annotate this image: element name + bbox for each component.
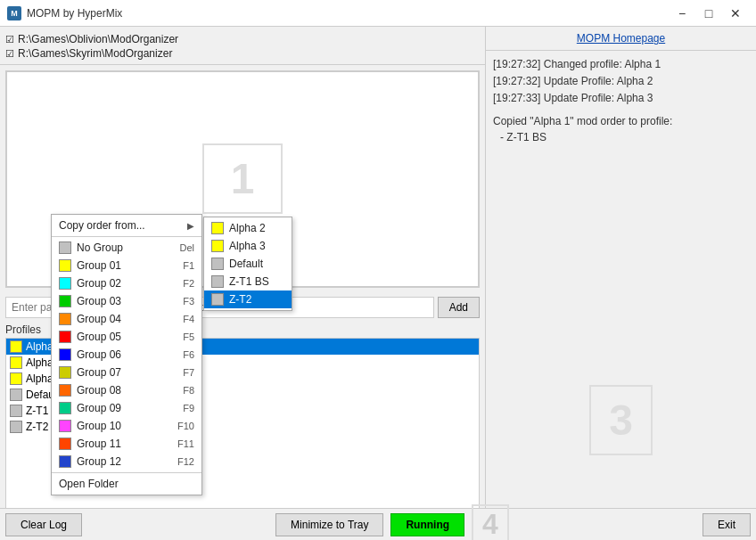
path-1: R:\Games\Oblivion\ModOrganizer: [18, 33, 178, 45]
ctx-label-no-group: No Group: [77, 241, 123, 254]
bottom-bar: Clear Log Minimize to Tray Running 4 Exi…: [0, 508, 756, 540]
log-copied-profile: - Z-T1 BS: [493, 129, 749, 145]
ctx-label-group01: Group 01: [77, 259, 121, 272]
ctx-color-group02: [59, 277, 71, 290]
title-bar-left: M MOPM by HyperMix: [7, 6, 122, 20]
ctx-group03[interactable]: Group 03F3: [52, 292, 201, 310]
ctx-color-group10: [59, 420, 71, 432]
ctx-shortcut-group03: F3: [183, 296, 194, 307]
ctx-color-group07: [59, 366, 71, 379]
ctx-label-group11: Group 11: [77, 438, 121, 450]
ctx-group01[interactable]: Group 01F1: [52, 257, 201, 274]
paths-section: ☑ R:\Games\Oblivion\ModOrganizer ☑ R:\Ga…: [0, 27, 485, 65]
path-2: R:\Games\Skyrim\ModOrganizer: [18, 47, 172, 60]
path-item: ☑ R:\Games\Oblivion\ModOrganizer: [5, 32, 480, 46]
ctx-group12[interactable]: Group 12F12: [52, 453, 201, 470]
profile-color: [10, 405, 22, 417]
ctx-label-group03: Group 03: [77, 295, 121, 307]
checkbox-1[interactable]: ☑: [5, 34, 14, 45]
submenu-item-z-t2[interactable]: Z-T2: [204, 290, 292, 308]
ctx-label-group05: Group 05: [77, 331, 121, 343]
ctx-color-group01: [59, 259, 71, 272]
ctx-color-group04: [59, 313, 71, 325]
ctx-label-group10: Group 10: [77, 420, 121, 432]
title-bar: M MOPM by HyperMix − □ ✕: [0, 0, 756, 27]
ctx-group05[interactable]: Group 05F5: [52, 328, 201, 346]
log-item: [19:27:32] Update Profile: Alpha 2: [493, 73, 749, 89]
profile-color: [10, 421, 22, 433]
submenu-name: Default: [229, 258, 263, 270]
ctx-group10[interactable]: Group 10F10: [52, 417, 201, 435]
ctx-shortcut-group12: F12: [177, 456, 194, 467]
submenu-name: Alpha 3: [229, 240, 266, 252]
title-controls: − □ ✕: [669, 3, 749, 24]
ctx-color-no-group: [59, 241, 71, 254]
path-item-2: ☑ R:\Games\Skyrim\ModOrganizer: [5, 46, 480, 61]
ctx-label-group06: Group 06: [77, 348, 121, 361]
submenu-item-alpha-2[interactable]: Alpha 2: [204, 219, 292, 237]
submenu-name: Z-T2: [229, 293, 251, 306]
ctx-color-group05: [59, 331, 71, 343]
submenu-color: [211, 222, 224, 234]
clear-log-button[interactable]: Clear Log: [5, 513, 82, 536]
homepage-link[interactable]: MOPM Homepage: [577, 32, 665, 45]
running-button[interactable]: Running: [390, 513, 464, 536]
ctx-shortcut-group06: F6: [183, 349, 194, 360]
ctx-group09[interactable]: Group 09F9: [52, 399, 201, 417]
ctx-groups-container: No GroupDelGroup 01F1Group 02F2Group 03F…: [52, 239, 201, 470]
copy-order-label: Copy order from...: [59, 219, 145, 232]
ctx-label-group12: Group 12: [77, 455, 121, 468]
log-copied: Copied "Alpha 1" mod order to profile:: [493, 113, 749, 129]
app-title: MOPM by HyperMix: [27, 7, 122, 20]
drop-label: 1: [202, 143, 284, 214]
close-button[interactable]: ✕: [722, 3, 749, 24]
submenu-arrow: ▶: [187, 221, 194, 231]
ctx-shortcut-group04: F4: [183, 314, 194, 324]
maximize-button[interactable]: □: [695, 3, 722, 24]
add-button[interactable]: Add: [438, 297, 480, 318]
submenu-name: Z-T1 BS: [229, 275, 269, 288]
minimize-button[interactable]: −: [669, 3, 695, 24]
ctx-label-group08: Group 08: [77, 384, 121, 397]
bottom-area-label: 4: [472, 504, 509, 540]
ctx-group11[interactable]: Group 11F11: [52, 435, 201, 453]
ctx-group02[interactable]: Group 02F2: [52, 274, 201, 292]
checkbox-2[interactable]: ☑: [5, 48, 14, 60]
ctx-group07[interactable]: Group 07F7: [52, 364, 201, 381]
context-menu: Copy order from... ▶ Alpha 2Alpha 3Defau…: [51, 214, 202, 495]
ctx-color-group03: [59, 295, 71, 307]
submenu-color: [211, 240, 224, 252]
submenu-color: [211, 258, 224, 270]
submenu-name: Alpha 2: [229, 222, 266, 234]
right-number-area: 3: [486, 301, 756, 541]
separator-2: [52, 472, 201, 473]
open-folder-label: Open Folder: [59, 478, 119, 490]
submenu-item-alpha-3[interactable]: Alpha 3: [204, 237, 292, 255]
app-icon: M: [7, 6, 21, 20]
open-folder-item[interactable]: Open Folder: [52, 475, 201, 493]
ctx-label-group07: Group 07: [77, 366, 121, 379]
ctx-label-group09: Group 09: [77, 402, 121, 414]
homepage-link-container: MOPM Homepage: [486, 27, 756, 51]
ctx-group06[interactable]: Group 06F6: [52, 346, 201, 364]
ctx-shortcut-group11: F11: [177, 438, 194, 449]
ctx-label-group02: Group 02: [77, 277, 121, 290]
ctx-no-group[interactable]: No GroupDel: [52, 239, 201, 257]
ctx-group04[interactable]: Group 04F4: [52, 310, 201, 328]
submenu-item-default[interactable]: Default: [204, 255, 292, 273]
ctx-group08[interactable]: Group 08F8: [52, 381, 201, 399]
log-area: [19:27:32] Changed profile: Alpha 1[19:2…: [486, 51, 756, 301]
ctx-shortcut-group02: F2: [183, 278, 194, 289]
minimize-to-tray-button[interactable]: Minimize to Tray: [275, 513, 383, 536]
profile-color: [10, 340, 22, 353]
ctx-shortcut-group09: F9: [183, 403, 194, 413]
exit-button[interactable]: Exit: [703, 513, 751, 536]
ctx-shortcut-group07: F7: [183, 367, 194, 378]
log-item: [19:27:32] Changed profile: Alpha 1: [493, 56, 749, 72]
submenu-item-z-t1-bs[interactable]: Z-T1 BS: [204, 273, 292, 290]
ctx-color-group06: [59, 348, 71, 361]
copy-order-from-item[interactable]: Copy order from... ▶ Alpha 2Alpha 3Defau…: [52, 217, 201, 234]
ctx-shortcut-group01: F1: [183, 260, 194, 271]
ctx-shortcut-no-group: Del: [179, 242, 194, 253]
ctx-label-group04: Group 04: [77, 313, 121, 325]
